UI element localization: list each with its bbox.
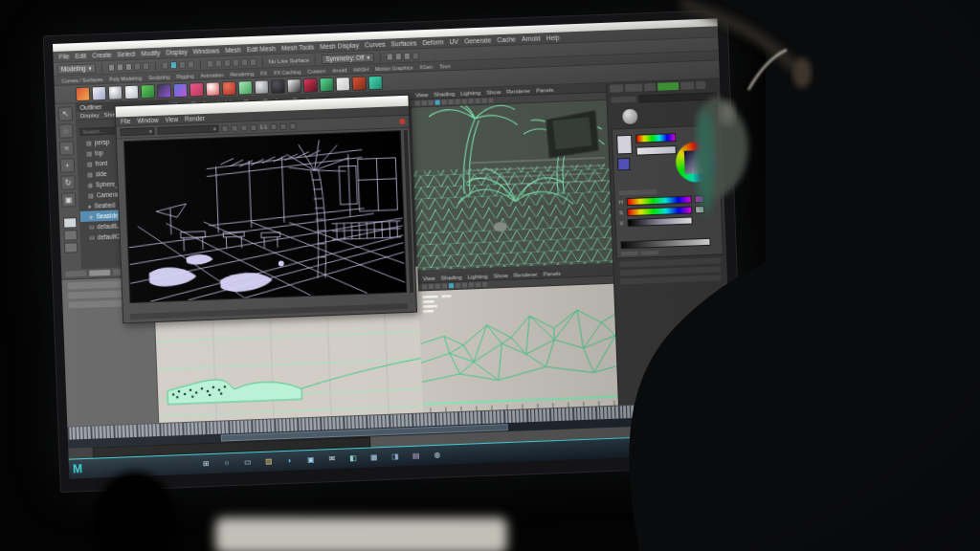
ear-highlight [792,57,812,88]
mask-screen-glow [696,108,715,213]
person-shoulder [629,216,980,551]
person-silhouette [0,0,980,551]
photo-scene: FileEditCreateSelectModifyDisplayWindows… [0,0,980,551]
